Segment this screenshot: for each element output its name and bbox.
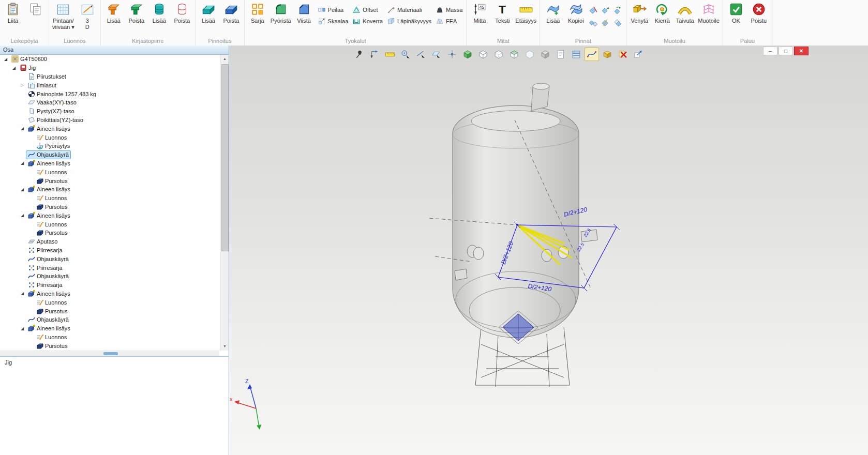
tree-item-aputaso[interactable]: Aputaso [0,237,219,246]
scrollbar-thumb[interactable] [103,352,118,355]
tree-item-body[interactable]: Aineen lisäys [26,324,72,333]
viewport-tool-view-wire1[interactable] [476,48,490,61]
viewport-tool-notes[interactable] [553,48,568,61]
tree-item-luonnos[interactable]: Luonnos [0,133,219,142]
tree-item-body[interactable]: Luonnos [34,332,69,341]
ribbon-button-venyta[interactable]: Venytä [628,2,650,24]
tree-expanded-icon[interactable]: ◢ [2,57,9,62]
tree-item-pursotus[interactable]: Pursotus [0,341,219,350]
tree-item-aineen-lisays[interactable]: ◢Aineen lisäys [0,124,219,133]
viewport-tool-curve-mode[interactable] [585,48,599,61]
ribbon-button-poistu[interactable]: Poistu [748,2,770,24]
ribbon-button-3-d[interactable]: 3 D [77,2,98,31]
ribbon-button-pyorista[interactable]: Pyöristä [270,2,292,24]
tree-item-body[interactable]: Luonnos [34,168,69,176]
viewport-tool-dimension-insert[interactable] [367,48,382,61]
viewport-tool-delete[interactable] [616,48,630,61]
ribbon-button-mitta[interactable]: 45Mitta [469,2,490,24]
tree-item-pursotus[interactable]: Pursotus [0,203,219,211]
tree-item-body[interactable]: Piirresarja [26,263,65,272]
tree-item-ohjauskayra[interactable]: Ohjauskäyrä [0,315,219,324]
tree-item-ohjauskayra[interactable]: Ohjauskäyrä [0,254,219,263]
tree-item-pysty-xz-taso[interactable]: Pysty(XZ)-taso [0,107,219,116]
tree-item-painopiste-1257-483-kg[interactable]: Painopiste 1257.483 kg [0,89,219,98]
tree-item-pyoraytys[interactable]: Pyöräytys [0,142,219,150]
ribbon-button-pintaan-viivaan[interactable]: Pintaan/ viivaan ▾ [51,2,76,31]
minimize-button[interactable]: – [763,47,777,55]
3d-scene[interactable]: D/2+120 D/2+120 D/2+120 22.5 22.5 Z x [229,46,868,455]
tree-item-luonnos[interactable]: Luonnos [0,333,219,342]
tree-item-body[interactable]: Aineen lisäys [26,185,72,194]
tree-collapsed-icon[interactable]: ▷ [19,83,26,87]
scrollbar-thumb[interactable] [221,64,229,251]
ribbon-button-fea[interactable]: FEA [434,16,464,27]
tree-item-aineen-lisays[interactable]: ◢Aineen lisäys [0,211,219,220]
tree-item-piirustukset[interactable]: Piirustukset [0,72,219,81]
ribbon-button-poista[interactable]: Poista [220,2,242,24]
tree-item-luonnos[interactable]: Luonnos [0,298,219,307]
ribbon-button-surface-join[interactable] [588,17,599,28]
viewport-tool-view-edges[interactable] [507,48,521,61]
ribbon-button-massa[interactable]: Massa [434,4,464,16]
tree-horizontal-scrollbar[interactable] [0,351,219,356]
tree-item-body[interactable]: Pursotus [34,341,69,350]
tree-item-vaaka-xy-taso[interactable]: Vaaka(XY)-taso [0,98,219,107]
tree-item-body[interactable]: Painopiste 1257.483 kg [26,89,98,98]
ribbon-button-lisaa[interactable]: Lisää [198,2,219,24]
ribbon-button-lisaa[interactable]: Lisää [148,2,170,24]
tree-item-body[interactable]: Pursotus [34,229,69,237]
tree-item-pursotus[interactable]: Pursotus [0,229,219,237]
ribbon-button-lapinakyvyys[interactable]: Läpinäkyvyys [385,16,433,27]
ribbon-button-poista[interactable]: Poista [126,2,147,24]
ribbon-button-viista[interactable]: Viistä [293,2,315,24]
tree-item-body[interactable]: Aineen lisäys [26,289,72,298]
tree-expanded-icon[interactable]: ◢ [10,66,18,70]
tree-item-aineen-lisays[interactable]: ◢Aineen lisäys [0,290,219,298]
viewport-tool-levels[interactable] [569,48,583,61]
tree-expanded-icon[interactable]: ◢ [19,126,26,131]
tree-item-body[interactable]: Luonnos [34,133,69,142]
ribbon-button-copy[interactable] [25,2,47,17]
tree-item-selected[interactable]: Ohjauskäyrä [26,150,71,159]
scroll-down-icon[interactable]: ▼ [220,342,229,351]
viewport-tool-view-solid[interactable] [460,48,475,61]
tree-item-poikittais-yz-taso[interactable]: Poikittais(YZ)-taso [0,116,219,125]
tree-item-body[interactable]: Aineen lisäys [26,211,72,220]
tree-item-pursotus[interactable]: Pursotus [0,307,219,315]
tree-item-body[interactable]: Aputaso [26,237,59,246]
ribbon-button-offset[interactable]: Offset [351,4,384,16]
tree-expanded-icon[interactable]: ◢ [19,161,26,165]
viewport-tool-snap-center[interactable] [398,48,413,61]
ribbon-button-surface-flip[interactable] [612,5,624,16]
viewport-tool-view-hidden[interactable] [522,48,537,61]
tree-expanded-icon[interactable]: ◢ [19,213,26,218]
tree-item-body[interactable]: Vaaka(XY)-taso [26,98,79,107]
tree-item-body[interactable]: Pursotus [34,176,69,185]
top-nozzle[interactable] [531,83,549,111]
tree-expanded-icon[interactable]: ◢ [19,291,26,296]
viewport-tool-snap-point[interactable] [445,48,459,61]
viewport-tool-view-wire2[interactable] [491,48,506,61]
tree-item-body[interactable]: Pursotus [34,307,69,315]
tree-item-aineen-lisays[interactable]: ◢Aineen lisäys [0,159,219,168]
tree-item-body[interactable]: Piirresarja [26,281,65,290]
viewport-tool-view-shaded[interactable] [538,48,552,61]
ribbon-button-kierra[interactable]: Kierrä [651,2,673,24]
tree-item-jig[interactable]: ◢Jig [0,64,219,72]
tree-item-luonnos[interactable]: Luonnos [0,220,219,229]
tree-item-body[interactable]: Pursotus [34,202,69,211]
ribbon-button-poista[interactable]: Poista [171,2,193,24]
tree-item-luonnos[interactable]: Luonnos [0,194,219,203]
ribbon-button-teksti[interactable]: TTeksti [491,2,513,24]
scroll-up-icon[interactable]: ▲ [220,55,229,63]
ribbon-button-peilaa[interactable]: Peilaa [316,4,350,16]
tree-item-aineen-lisays[interactable]: ◢Aineen lisäys [0,324,219,333]
ribbon-button-surface-split[interactable] [600,17,611,28]
tree-item-body[interactable]: Luonnos [34,298,69,307]
ribbon-button-skaalaa[interactable]: Skaalaa [316,16,350,27]
tree-item-pursotus[interactable]: Pursotus [0,176,219,185]
tree-item-g4t50600[interactable]: ◢G4T50600 [0,55,219,64]
tree-item-body[interactable]: Aineen lisäys [26,124,72,133]
ribbon-button-ok[interactable]: OK [725,2,747,24]
tree-item-body[interactable]: Luonnos [34,220,69,229]
